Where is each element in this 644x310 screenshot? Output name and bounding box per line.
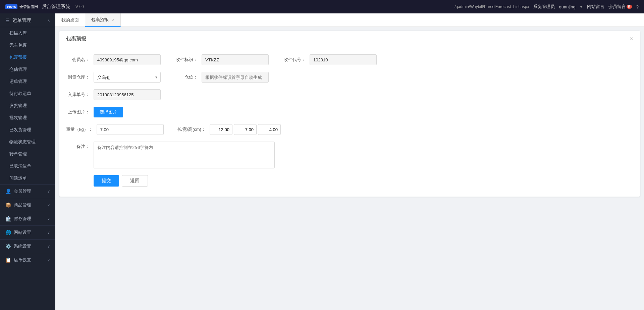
tabbar: 我的桌面 包裹预报 ×: [55, 13, 644, 27]
form-group-dimensions: 长/宽/高(cm)：: [177, 124, 281, 135]
system-settings-label: 系统设置: [14, 243, 31, 249]
upload-button[interactable]: 选择图片: [94, 107, 123, 117]
sidebar-item-problem-waybill[interactable]: 问题运单: [0, 172, 55, 184]
weight-input[interactable]: [97, 124, 164, 135]
admin-label: 系统管理员: [533, 4, 555, 10]
sidebar-section-waybill[interactable]: ☰ 运单管理 ∧: [0, 13, 55, 27]
logo: 56SYS 全管物流网: [5, 4, 38, 9]
sidebar-item-pending-payment[interactable]: 待付款运单: [0, 88, 55, 100]
logo-subtitle: 全管物流网: [19, 4, 38, 9]
section-chevron-icon: ∧: [47, 18, 50, 23]
main-layout: ☰ 运单管理 ∧ 扫描入库 无主包裹 包裹预报 仓储管理 运单管理 待付款运单 …: [0, 13, 644, 310]
form-actions: 提交 返回: [66, 175, 633, 187]
system-title: 后台管理系统: [42, 4, 70, 10]
sidebar-category-member-mgmt[interactable]: 👤 会员管理 ∨: [0, 184, 55, 198]
system-settings-icon: ⚙️: [5, 244, 11, 249]
product-mgmt-chevron-icon: ∨: [47, 203, 50, 207]
length-input[interactable]: [210, 124, 232, 135]
bin-label: 仓位：: [174, 74, 198, 80]
form-row-5: 重量（kg）： 长/宽/高(cm)：: [66, 124, 633, 135]
finance-mgmt-icon: 🏦: [5, 216, 11, 221]
sidebar-item-shipping-mgmt[interactable]: 发货管理: [0, 100, 55, 112]
help-icon[interactable]: ?: [636, 4, 639, 10]
dialog-close-button[interactable]: ×: [630, 36, 633, 42]
sidebar-item-batch-mgmt[interactable]: 批次管理: [0, 112, 55, 124]
upload-label: 上传图片：: [66, 109, 90, 115]
receipt-id-label: 收件标识：: [174, 57, 198, 63]
form-group-receipt-id: 收件标识：: [174, 54, 269, 65]
logo-text: 56SYS: [7, 5, 16, 9]
dimension-inputs: [210, 124, 281, 135]
back-button[interactable]: 返回: [122, 175, 148, 187]
sidebar-section-label: 运单管理: [12, 17, 31, 23]
member-name-input[interactable]: [94, 54, 161, 65]
logo-box: 56SYS: [5, 4, 17, 9]
sidebar-category-site-settings[interactable]: 🌐 网站设置 ∨: [0, 225, 55, 239]
breadcrumb-path: /qadmin/Waybill/ParcelForecast_List.aspx: [454, 4, 529, 9]
remark-textarea[interactable]: [94, 142, 275, 168]
waybill-icon: ☰: [5, 18, 10, 23]
sidebar-category-shipping-settings[interactable]: 📋 运单设置 ∨: [0, 253, 55, 267]
receipt-code-input[interactable]: [310, 54, 377, 65]
form-group-upload: 上传图片： 选择图片: [66, 107, 123, 117]
weight-label: 重量（kg）：: [66, 126, 93, 133]
tab-desktop[interactable]: 我的桌面: [55, 13, 85, 27]
sidebar-item-logistics-status[interactable]: 物流状态管理: [0, 136, 55, 148]
form-group-member-name: 会员名：: [66, 54, 161, 65]
sidebar-category-finance-mgmt[interactable]: 🏦 财务管理 ∨: [0, 212, 55, 225]
shipping-settings-chevron-icon: ∨: [47, 258, 50, 262]
sidebar-category-product-mgmt[interactable]: 📦 商品管理 ∨: [0, 198, 55, 212]
sidebar-category-system-settings[interactable]: ⚙️ 系统设置 ∨: [0, 239, 55, 253]
tab-parcel-forecast-close-icon[interactable]: ×: [112, 17, 114, 22]
finance-mgmt-chevron-icon: ∨: [47, 217, 50, 221]
member-mgmt-icon: 👤: [5, 189, 11, 194]
tab-desktop-label: 我的桌面: [61, 17, 79, 23]
sidebar-item-shipped-mgmt[interactable]: 已发货管理: [0, 124, 55, 136]
form-group-receipt-code: 收件代号：: [282, 54, 377, 65]
sidebar-item-cancelled[interactable]: 已取消运单: [0, 160, 55, 172]
shipping-settings-icon: 📋: [5, 257, 11, 263]
dialog-container: 包裹预报 × 会员名： 收件标识：: [59, 31, 640, 197]
content-area: 我的桌面 包裹预报 × 包裹预报 × 会员名：: [55, 13, 644, 310]
entry-number-input[interactable]: [94, 89, 161, 100]
finance-mgmt-label: 财务管理: [14, 216, 31, 222]
member-message-link[interactable]: 会员留言 5: [608, 4, 632, 10]
member-mgmt-label: 会员管理: [14, 188, 31, 194]
sidebar-item-no-parcel[interactable]: 无主包裹: [0, 39, 55, 51]
warehouse-select[interactable]: 义乌仓 广州仓 上海仓 深圳仓: [94, 72, 161, 83]
member-message-label[interactable]: 会员留言: [608, 4, 626, 10]
remark-label: 备注：: [66, 142, 90, 150]
shipping-settings-label: 运单设置: [14, 257, 31, 263]
tab-parcel-forecast-label: 包裹预报: [91, 17, 109, 23]
member-mgmt-chevron-icon: ∨: [47, 189, 50, 194]
product-mgmt-label: 商品管理: [14, 202, 31, 208]
dialog-title: 包裹预报: [66, 36, 86, 42]
sidebar-item-waybill-mgmt[interactable]: 运单管理: [0, 75, 55, 88]
form-row-1: 会员名： 收件标识： 收件代号：: [66, 54, 633, 65]
username-dropdown-icon[interactable]: ▼: [580, 5, 583, 9]
height-input[interactable]: [258, 124, 281, 135]
sidebar-item-warehouse-mgmt[interactable]: 仓储管理: [0, 63, 55, 75]
bin-input[interactable]: [202, 72, 269, 83]
version-label: V7.0: [75, 4, 84, 9]
username-label[interactable]: quanjing: [559, 4, 575, 9]
sidebar-item-transfer-mgmt[interactable]: 转单管理: [0, 148, 55, 160]
member-message-badge: 5: [627, 5, 632, 9]
site-message-link[interactable]: 网站留言: [587, 4, 604, 10]
sidebar-item-scan-entry[interactable]: 扫描入库: [0, 27, 55, 39]
sidebar-item-parcel-forecast[interactable]: 包裹预报: [0, 51, 55, 63]
width-input[interactable]: [234, 124, 257, 135]
form-group-weight: 重量（kg）：: [66, 124, 164, 135]
receipt-id-input[interactable]: [202, 54, 269, 65]
sidebar: ☰ 运单管理 ∧ 扫描入库 无主包裹 包裹预报 仓储管理 运单管理 待付款运单 …: [0, 13, 55, 310]
form-group-remark: 备注：: [66, 142, 275, 168]
dialog-header: 包裹预报 ×: [59, 31, 640, 46]
form-group-warehouse: 到货仓库： 义乌仓 广州仓 上海仓 深圳仓: [66, 72, 161, 83]
warehouse-select-wrap: 义乌仓 广州仓 上海仓 深圳仓: [94, 72, 161, 83]
form-row-2: 到货仓库： 义乌仓 广州仓 上海仓 深圳仓 仓位: [66, 72, 633, 83]
dialog-body: 会员名： 收件标识： 收件代号：: [59, 46, 640, 197]
submit-button[interactable]: 提交: [94, 175, 119, 187]
dimension-label: 长/宽/高(cm)：: [177, 126, 206, 133]
tab-parcel-forecast[interactable]: 包裹预报 ×: [85, 13, 121, 27]
entry-number-label: 入库单号：: [66, 92, 90, 98]
